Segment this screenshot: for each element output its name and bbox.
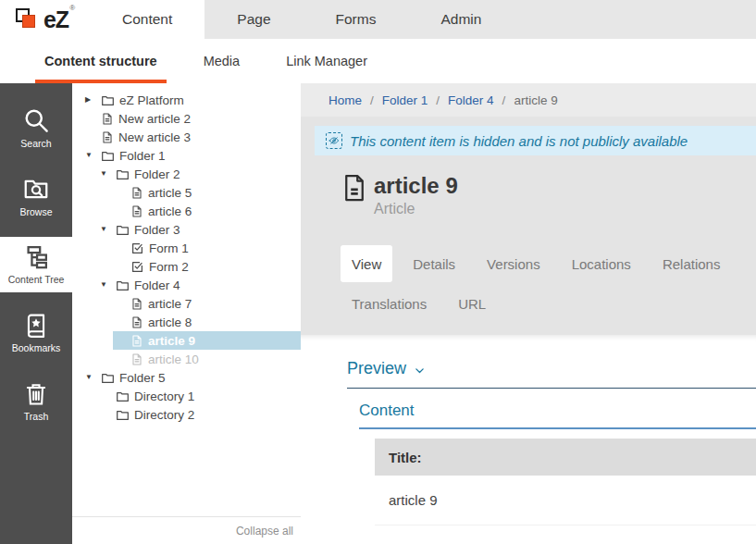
folder-icon xyxy=(101,149,115,163)
preview-heading: Preview xyxy=(347,359,406,378)
tree-item-form-2[interactable]: Form 2 xyxy=(72,257,301,276)
breadcrumb-link-folder-4[interactable]: Folder 4 xyxy=(448,93,494,107)
tree-item-article-8[interactable]: article 8 xyxy=(72,313,301,331)
top-nav-forms[interactable]: Forms xyxy=(304,0,409,39)
trash-icon xyxy=(23,381,49,407)
tree-item-article-7[interactable]: article 7 xyxy=(72,294,301,313)
tree-item-folder-3[interactable]: ▼Folder 3 xyxy=(72,220,301,239)
article-icon xyxy=(130,186,143,200)
tree-item-new-article-3[interactable]: New article 3 xyxy=(72,128,301,146)
folder-icon xyxy=(116,278,130,292)
tree-item-folder-2[interactable]: ▼Folder 2 xyxy=(72,165,301,183)
app-body: SearchBrowseContent TreeBookmarksTrash ▶… xyxy=(0,83,756,544)
tree-item-article-9[interactable]: article 9 xyxy=(72,331,301,350)
sub-nav-media[interactable]: Media xyxy=(194,39,250,83)
folder-icon xyxy=(116,408,130,422)
article-icon xyxy=(101,112,114,126)
sidebar-item-label: Browse xyxy=(19,206,52,217)
tab-details[interactable]: Details xyxy=(402,245,466,282)
expander-expanded-icon[interactable]: ▼ xyxy=(100,226,111,233)
tree-item-ez-platform[interactable]: ▶eZ Platform xyxy=(72,91,301,109)
tab-translations[interactable]: Translations xyxy=(341,285,438,322)
tree-item-folder-5[interactable]: ▼Folder 5 xyxy=(72,368,301,387)
tree-item-form-1[interactable]: Form 1 xyxy=(72,239,301,257)
sub-nav-link-manager[interactable]: Link Manager xyxy=(277,39,377,83)
tab-url[interactable]: URL xyxy=(447,285,497,322)
tree-item-label: article 8 xyxy=(148,315,192,329)
tree-item-new-article-2[interactable]: New article 2 xyxy=(72,109,301,128)
tree-item-label: Folder 5 xyxy=(119,371,166,385)
form-icon xyxy=(130,260,144,274)
sub-nav-content-structure[interactable]: Content structure xyxy=(35,39,167,83)
sidebar-item-search[interactable]: Search xyxy=(0,100,72,155)
top-nav-admin[interactable]: Admin xyxy=(408,0,514,39)
content-title-block: article 9 Article xyxy=(342,174,756,217)
tab-versions[interactable]: Versions xyxy=(476,245,552,282)
tree-item-label: New article 2 xyxy=(118,112,191,126)
tree-item-directory-1[interactable]: Directory 1 xyxy=(72,387,301,405)
tree-item-label: Folder 2 xyxy=(134,167,180,181)
expander-expanded-icon[interactable]: ▼ xyxy=(100,281,111,289)
tree-item-directory-2[interactable]: Directory 2 xyxy=(72,405,301,424)
expander-expanded-icon[interactable]: ▼ xyxy=(100,170,111,178)
page-title: article 9 xyxy=(374,174,458,198)
tree-item-article-5[interactable]: article 5 xyxy=(72,183,301,202)
hidden-notice: This content item is hidden and is not p… xyxy=(315,126,756,155)
tree-item-label: Directory 2 xyxy=(134,408,194,422)
content-header: Home/Folder 1/Folder 4/article 9 This co… xyxy=(301,83,756,335)
content-tree-icon xyxy=(23,244,49,270)
folder-icon xyxy=(101,93,115,107)
tab-view[interactable]: View xyxy=(341,245,392,282)
sidebar-item-browse[interactable]: Browse xyxy=(0,168,72,224)
sidebar-item-content-tree[interactable]: Content Tree xyxy=(0,237,72,292)
chevron-down-icon xyxy=(414,365,426,377)
tab-locations[interactable]: Locations xyxy=(561,245,642,282)
tree-item-label: article 7 xyxy=(148,297,192,311)
article-document-icon xyxy=(342,174,366,217)
top-nav: ContentPageFormsAdmin xyxy=(90,0,514,39)
content-section-heading: Content xyxy=(359,402,756,429)
ez-logo[interactable]: eZ ® xyxy=(0,0,90,39)
tree-item-label: Folder 3 xyxy=(134,223,180,237)
content-tree-panel: ▶eZ PlatformNew article 2New article 3▼F… xyxy=(72,83,301,544)
tab-relations[interactable]: Relations xyxy=(651,245,732,282)
breadcrumb: Home/Folder 1/Folder 4/article 9 xyxy=(301,83,756,117)
sidebar-item-trash[interactable]: Trash xyxy=(0,374,72,429)
content-tabs: ViewDetailsVersionsLocationsRelationsTra… xyxy=(341,245,751,335)
breadcrumb-link-folder-1[interactable]: Folder 1 xyxy=(382,93,428,107)
tree-item-label: Folder 1 xyxy=(119,149,166,163)
tree-item-folder-1[interactable]: ▼Folder 1 xyxy=(72,146,301,165)
folder-icon xyxy=(116,389,130,403)
folder-icon xyxy=(116,223,130,237)
sidebar-item-label: Bookmarks xyxy=(12,342,61,353)
top-nav-content[interactable]: Content xyxy=(90,0,204,39)
breadcrumb-separator: / xyxy=(436,93,440,107)
field-title: Title: article 9 xyxy=(375,439,756,525)
collapse-all-button[interactable]: Collapse all xyxy=(236,525,293,538)
expander-expanded-icon[interactable]: ▼ xyxy=(85,152,96,159)
form-icon xyxy=(130,241,144,255)
logo-orange-square xyxy=(22,15,35,28)
sidebar-item-label: Content Tree xyxy=(8,274,65,285)
preview-section-header[interactable]: Preview xyxy=(347,359,756,389)
content-type-label: Article xyxy=(374,201,458,217)
bookmarks-icon xyxy=(23,313,49,339)
expander-expanded-icon[interactable]: ▼ xyxy=(85,374,96,381)
tree-item-label: Form 1 xyxy=(149,241,189,255)
top-bar: eZ ® ContentPageFormsAdmin xyxy=(0,0,756,39)
field-value: article 9 xyxy=(375,476,756,525)
sidebar-item-bookmarks[interactable]: Bookmarks xyxy=(0,305,72,361)
tree-item-article-6[interactable]: article 6 xyxy=(72,202,301,220)
tree-item-label: article 6 xyxy=(148,204,192,218)
expander-collapsed-icon[interactable]: ▶ xyxy=(85,96,96,104)
tree-item-article-10[interactable]: article 10 xyxy=(72,350,301,368)
search-icon xyxy=(22,106,50,134)
breadcrumb-link-home[interactable]: Home xyxy=(328,93,362,107)
folder-icon xyxy=(101,371,115,385)
tree-item-label: article 5 xyxy=(148,186,192,200)
top-nav-page[interactable]: Page xyxy=(204,0,303,39)
tree-item-label: article 10 xyxy=(148,352,199,366)
browse-icon xyxy=(22,175,50,203)
tree-item-folder-4[interactable]: ▼Folder 4 xyxy=(72,276,301,294)
breadcrumb-separator: / xyxy=(502,93,506,107)
